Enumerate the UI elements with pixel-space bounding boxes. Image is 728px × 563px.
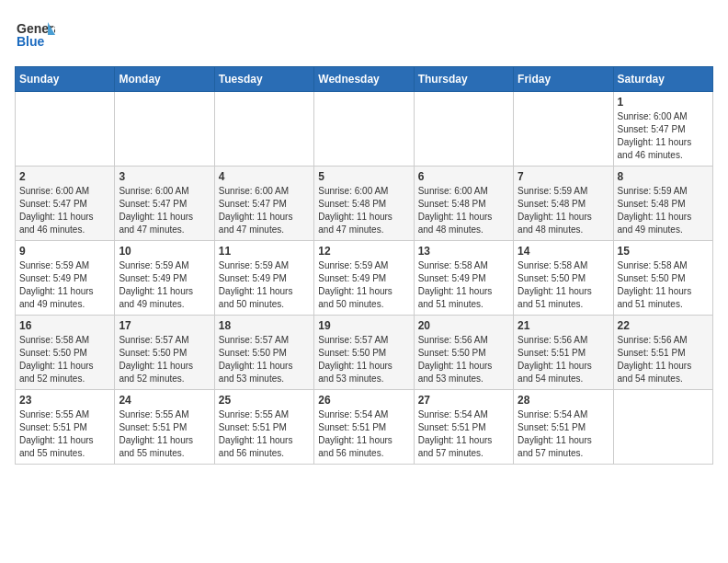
calendar-cell: 20Sunrise: 5:56 AM Sunset: 5:50 PM Dayli… xyxy=(414,316,513,390)
day-info: Sunrise: 5:57 AM Sunset: 5:50 PM Dayligh… xyxy=(318,334,409,385)
day-number: 4 xyxy=(219,170,310,183)
calendar-week-row: 23Sunrise: 5:55 AM Sunset: 5:51 PM Dayli… xyxy=(16,390,713,465)
weekday-header-friday: Friday xyxy=(514,67,613,92)
day-number: 14 xyxy=(518,245,609,258)
day-info: Sunrise: 5:56 AM Sunset: 5:51 PM Dayligh… xyxy=(618,334,709,385)
day-info: Sunrise: 5:58 AM Sunset: 5:50 PM Dayligh… xyxy=(19,334,110,385)
day-info: Sunrise: 5:57 AM Sunset: 5:50 PM Dayligh… xyxy=(119,334,210,385)
day-number: 3 xyxy=(119,170,210,183)
calendar-cell: 23Sunrise: 5:55 AM Sunset: 5:51 PM Dayli… xyxy=(16,390,115,465)
weekday-header-saturday: Saturday xyxy=(613,67,712,92)
logo-icon: General Blue xyxy=(15,15,55,55)
calendar-cell: 16Sunrise: 5:58 AM Sunset: 5:50 PM Dayli… xyxy=(16,316,115,390)
calendar-cell: 17Sunrise: 5:57 AM Sunset: 5:50 PM Dayli… xyxy=(115,316,214,390)
day-info: Sunrise: 5:54 AM Sunset: 5:51 PM Dayligh… xyxy=(418,408,509,460)
calendar-cell xyxy=(314,92,414,167)
day-info: Sunrise: 6:00 AM Sunset: 5:47 PM Dayligh… xyxy=(618,110,709,162)
calendar-cell: 15Sunrise: 5:58 AM Sunset: 5:50 PM Dayli… xyxy=(613,241,712,316)
day-number: 24 xyxy=(119,394,210,407)
day-number: 15 xyxy=(618,245,709,258)
day-number: 20 xyxy=(418,319,509,332)
calendar-cell: 28Sunrise: 5:54 AM Sunset: 5:51 PM Dayli… xyxy=(514,390,613,465)
day-number: 7 xyxy=(518,170,609,183)
day-number: 5 xyxy=(318,170,409,183)
day-number: 23 xyxy=(19,394,110,407)
calendar-cell: 12Sunrise: 5:59 AM Sunset: 5:49 PM Dayli… xyxy=(314,241,414,316)
calendar-cell: 19Sunrise: 5:57 AM Sunset: 5:50 PM Dayli… xyxy=(314,316,414,390)
calendar-cell: 11Sunrise: 5:59 AM Sunset: 5:49 PM Dayli… xyxy=(214,241,313,316)
calendar-week-row: 9Sunrise: 5:59 AM Sunset: 5:49 PM Daylig… xyxy=(16,241,713,316)
calendar-cell: 22Sunrise: 5:56 AM Sunset: 5:51 PM Dayli… xyxy=(613,316,712,390)
day-number: 26 xyxy=(318,394,409,407)
day-info: Sunrise: 5:59 AM Sunset: 5:48 PM Dayligh… xyxy=(518,185,609,236)
logo: General Blue xyxy=(15,15,57,55)
day-info: Sunrise: 5:58 AM Sunset: 5:50 PM Dayligh… xyxy=(618,259,709,311)
day-number: 25 xyxy=(219,394,310,407)
day-info: Sunrise: 5:58 AM Sunset: 5:49 PM Dayligh… xyxy=(418,259,509,311)
weekday-header-tuesday: Tuesday xyxy=(214,67,313,92)
day-info: Sunrise: 5:59 AM Sunset: 5:49 PM Dayligh… xyxy=(119,259,210,311)
calendar-cell xyxy=(115,92,214,167)
day-info: Sunrise: 5:56 AM Sunset: 5:50 PM Dayligh… xyxy=(418,334,509,385)
weekday-header-monday: Monday xyxy=(115,67,214,92)
page-header: General Blue xyxy=(15,15,713,55)
day-info: Sunrise: 5:55 AM Sunset: 5:51 PM Dayligh… xyxy=(119,408,210,460)
day-info: Sunrise: 5:59 AM Sunset: 5:49 PM Dayligh… xyxy=(318,259,409,311)
weekday-header-thursday: Thursday xyxy=(414,67,513,92)
calendar-week-row: 2Sunrise: 6:00 AM Sunset: 5:47 PM Daylig… xyxy=(16,167,713,241)
day-info: Sunrise: 6:00 AM Sunset: 5:47 PM Dayligh… xyxy=(119,185,210,236)
day-info: Sunrise: 5:55 AM Sunset: 5:51 PM Dayligh… xyxy=(219,408,310,460)
day-number: 17 xyxy=(119,319,210,332)
calendar-header-row: SundayMondayTuesdayWednesdayThursdayFrid… xyxy=(16,67,713,92)
day-number: 2 xyxy=(19,170,110,183)
day-number: 10 xyxy=(119,245,210,258)
calendar-table: SundayMondayTuesdayWednesdayThursdayFrid… xyxy=(15,66,713,465)
calendar-week-row: 1Sunrise: 6:00 AM Sunset: 5:47 PM Daylig… xyxy=(16,92,713,167)
day-info: Sunrise: 5:59 AM Sunset: 5:49 PM Dayligh… xyxy=(219,259,310,311)
calendar-cell xyxy=(414,92,513,167)
day-info: Sunrise: 6:00 AM Sunset: 5:48 PM Dayligh… xyxy=(318,185,409,236)
day-info: Sunrise: 5:54 AM Sunset: 5:51 PM Dayligh… xyxy=(518,408,609,460)
day-info: Sunrise: 5:56 AM Sunset: 5:51 PM Dayligh… xyxy=(518,334,609,385)
calendar-cell xyxy=(514,92,613,167)
calendar-cell: 6Sunrise: 6:00 AM Sunset: 5:48 PM Daylig… xyxy=(414,167,513,241)
day-info: Sunrise: 5:54 AM Sunset: 5:51 PM Dayligh… xyxy=(318,408,409,460)
day-number: 8 xyxy=(618,170,709,183)
calendar-cell: 25Sunrise: 5:55 AM Sunset: 5:51 PM Dayli… xyxy=(214,390,313,465)
calendar-cell: 3Sunrise: 6:00 AM Sunset: 5:47 PM Daylig… xyxy=(115,167,214,241)
calendar-cell: 26Sunrise: 5:54 AM Sunset: 5:51 PM Dayli… xyxy=(314,390,414,465)
calendar-cell xyxy=(613,390,712,465)
day-number: 1 xyxy=(618,96,709,109)
calendar-cell: 1Sunrise: 6:00 AM Sunset: 5:47 PM Daylig… xyxy=(613,92,712,167)
day-info: Sunrise: 5:57 AM Sunset: 5:50 PM Dayligh… xyxy=(219,334,310,385)
day-number: 18 xyxy=(219,319,310,332)
weekday-header-wednesday: Wednesday xyxy=(314,67,414,92)
weekday-header-sunday: Sunday xyxy=(16,67,115,92)
svg-text:Blue: Blue xyxy=(17,34,45,49)
calendar-cell xyxy=(16,92,115,167)
day-number: 13 xyxy=(418,245,509,258)
calendar-cell: 2Sunrise: 6:00 AM Sunset: 5:47 PM Daylig… xyxy=(16,167,115,241)
calendar-cell: 14Sunrise: 5:58 AM Sunset: 5:50 PM Dayli… xyxy=(514,241,613,316)
day-info: Sunrise: 6:00 AM Sunset: 5:48 PM Dayligh… xyxy=(418,185,509,236)
calendar-cell: 9Sunrise: 5:59 AM Sunset: 5:49 PM Daylig… xyxy=(16,241,115,316)
calendar-cell: 24Sunrise: 5:55 AM Sunset: 5:51 PM Dayli… xyxy=(115,390,214,465)
day-info: Sunrise: 6:00 AM Sunset: 5:47 PM Dayligh… xyxy=(219,185,310,236)
day-number: 9 xyxy=(19,245,110,258)
day-number: 22 xyxy=(618,319,709,332)
calendar-cell: 8Sunrise: 5:59 AM Sunset: 5:48 PM Daylig… xyxy=(613,167,712,241)
calendar-cell: 7Sunrise: 5:59 AM Sunset: 5:48 PM Daylig… xyxy=(514,167,613,241)
calendar-cell: 5Sunrise: 6:00 AM Sunset: 5:48 PM Daylig… xyxy=(314,167,414,241)
calendar-cell: 4Sunrise: 6:00 AM Sunset: 5:47 PM Daylig… xyxy=(214,167,313,241)
calendar-week-row: 16Sunrise: 5:58 AM Sunset: 5:50 PM Dayli… xyxy=(16,316,713,390)
day-info: Sunrise: 5:55 AM Sunset: 5:51 PM Dayligh… xyxy=(19,408,110,460)
day-number: 19 xyxy=(318,319,409,332)
day-number: 16 xyxy=(19,319,110,332)
day-number: 11 xyxy=(219,245,310,258)
day-number: 27 xyxy=(418,394,509,407)
calendar-cell: 27Sunrise: 5:54 AM Sunset: 5:51 PM Dayli… xyxy=(414,390,513,465)
day-info: Sunrise: 5:59 AM Sunset: 5:49 PM Dayligh… xyxy=(19,259,110,311)
calendar-cell: 10Sunrise: 5:59 AM Sunset: 5:49 PM Dayli… xyxy=(115,241,214,316)
day-info: Sunrise: 5:59 AM Sunset: 5:48 PM Dayligh… xyxy=(618,185,709,236)
calendar-cell: 21Sunrise: 5:56 AM Sunset: 5:51 PM Dayli… xyxy=(514,316,613,390)
